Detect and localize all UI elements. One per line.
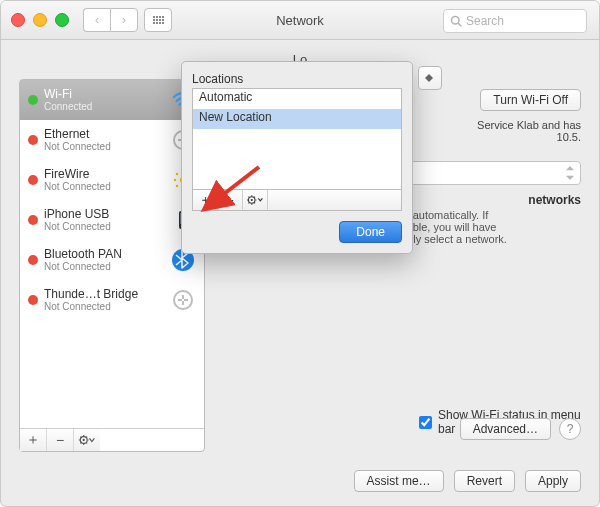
service-name: FireWire [44, 168, 170, 181]
svg-point-29 [251, 199, 253, 201]
svg-line-34 [248, 197, 249, 198]
svg-line-35 [254, 203, 255, 204]
svg-point-11 [176, 185, 178, 187]
thunderbolt-icon [170, 287, 196, 313]
search-field[interactable]: Search [443, 9, 587, 33]
remove-location-button[interactable]: − [218, 190, 243, 210]
svg-point-7 [174, 179, 176, 181]
svg-point-0 [452, 17, 460, 25]
service-name: Thunde…t Bridge [44, 288, 170, 301]
service-name: Wi-Fi [44, 88, 170, 101]
sidebar-item-thunderbolt-bridge[interactable]: Thunde…t Bridge Not Connected [20, 280, 204, 320]
service-name: Ethernet [44, 128, 170, 141]
location-item[interactable]: Automatic [193, 89, 401, 109]
back-button[interactable]: ‹ [83, 8, 110, 32]
status-dot-connected-icon [28, 95, 38, 105]
chevron-right-icon: › [122, 13, 126, 27]
svg-line-26 [80, 443, 81, 444]
gear-icon [78, 433, 96, 447]
search-icon [450, 15, 462, 27]
service-status: Not Connected [44, 141, 170, 152]
minus-icon: − [56, 432, 64, 448]
svg-line-25 [86, 443, 87, 444]
forward-button[interactable]: › [110, 8, 138, 32]
sidebar-item-bluetooth-pan[interactable]: Bluetooth PAN Not Connected [20, 240, 204, 280]
nav-buttons: ‹ › [83, 8, 138, 32]
advanced-button[interactable]: Advanced… [460, 418, 551, 440]
minimize-icon[interactable] [33, 13, 47, 27]
revert-button[interactable]: Revert [454, 470, 515, 492]
locations-popup: Locations Automatic New Location ＋ − Don… [181, 61, 413, 254]
done-button[interactable]: Done [339, 221, 402, 243]
close-icon[interactable] [11, 13, 25, 27]
zoom-icon[interactable] [55, 13, 69, 27]
service-status: Not Connected [44, 181, 170, 192]
help-icon: ? [567, 422, 574, 436]
svg-point-9 [176, 173, 178, 175]
service-status: Not Connected [44, 261, 170, 272]
sidebar-tools: ＋ − [20, 428, 204, 451]
svg-line-27 [86, 437, 87, 438]
service-status: Not Connected [44, 301, 170, 312]
traffic-lights [1, 13, 69, 27]
sidebar-item-iphone-usb[interactable]: iPhone USB Not Connected [20, 200, 204, 240]
search-placeholder: Search [466, 14, 504, 28]
service-actions-button[interactable] [74, 429, 100, 451]
sidebar-item-ethernet[interactable]: Ethernet Not Connected [20, 120, 204, 160]
assist-me-button[interactable]: Assist me… [354, 470, 444, 492]
show-all-button[interactable] [144, 8, 172, 32]
svg-point-17 [174, 291, 192, 309]
show-wifi-status-checkbox[interactable] [419, 416, 432, 429]
service-status: Connected [44, 101, 170, 112]
location-actions-button[interactable] [243, 190, 268, 210]
locations-tools: ＋ − [192, 190, 402, 211]
window-button-bar: Assist me… Revert Apply [354, 470, 581, 492]
location-stepper[interactable] [418, 66, 442, 90]
titlebar: ‹ › Network Search [1, 1, 599, 40]
add-service-button[interactable]: ＋ [20, 429, 47, 451]
sidebar-item-firewire[interactable]: FireWire Not Connected [20, 160, 204, 200]
svg-line-37 [254, 197, 255, 198]
plus-icon: ＋ [199, 191, 212, 209]
location-item[interactable]: New Location [193, 109, 401, 129]
service-sidebar: Wi-Fi Connected Ethernet Not Connected [19, 79, 205, 452]
auto-join-heading: networks [528, 193, 581, 207]
service-list: Wi-Fi Connected Ethernet Not Connected [20, 80, 204, 428]
status-dot-disconnected-icon [28, 295, 38, 305]
network-prefs-window: ‹ › Network Search Lo Wi-Fi Connec [0, 0, 600, 507]
service-name: iPhone USB [44, 208, 170, 221]
svg-line-1 [458, 23, 461, 26]
minus-icon: − [226, 193, 234, 208]
svg-point-19 [83, 439, 85, 441]
chevron-left-icon: ‹ [95, 13, 99, 27]
status-dot-disconnected-icon [28, 215, 38, 225]
add-location-button[interactable]: ＋ [193, 190, 218, 210]
status-dot-disconnected-icon [28, 175, 38, 185]
grid-icon [153, 16, 164, 24]
apply-button[interactable]: Apply [525, 470, 581, 492]
status-dot-disconnected-icon [28, 135, 38, 145]
service-status: Not Connected [44, 221, 170, 232]
locations-list[interactable]: Automatic New Location [192, 88, 402, 190]
remove-service-button[interactable]: − [47, 429, 74, 451]
svg-line-24 [80, 437, 81, 438]
plus-icon: ＋ [26, 431, 40, 449]
turn-wifi-off-button[interactable]: Turn Wi-Fi Off [480, 89, 581, 111]
status-dot-disconnected-icon [28, 255, 38, 265]
sidebar-item-wifi[interactable]: Wi-Fi Connected [20, 80, 204, 120]
service-name: Bluetooth PAN [44, 248, 170, 261]
svg-line-36 [248, 203, 249, 204]
popup-header: Locations [192, 72, 402, 86]
gear-icon [246, 194, 264, 206]
help-button[interactable]: ? [559, 418, 581, 440]
connection-info-text: Service Klab and has 10.5. [477, 119, 581, 143]
